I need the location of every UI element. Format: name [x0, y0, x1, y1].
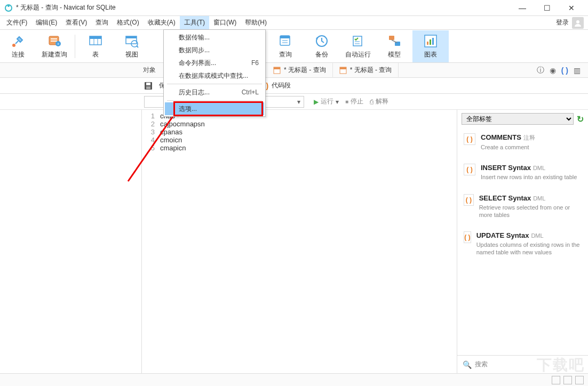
run-toolbar: ▾ ▶ 运行 ▾ ■ 停止 ⎙ 解释	[0, 94, 588, 110]
menu-favorites[interactable]: 收藏夹(A)	[144, 16, 180, 29]
snippet-item[interactable]: ( ) COMMENTS注释Create a comment	[457, 128, 588, 158]
svg-rect-5	[51, 38, 57, 39]
code-braces-icon[interactable]: ( )	[561, 66, 568, 75]
menu-bar: 文件(F) 编辑(E) 查看(V) 查询 格式(O) 收藏夹(A) 工具(T) …	[0, 16, 588, 30]
status-bar	[0, 373, 588, 386]
snippet-panel: 全部标签 ↻ ( ) COMMENTS注释Create a comment ( …	[457, 110, 588, 373]
svg-rect-14	[126, 36, 137, 38]
snippet-item[interactable]: ( ) UPDATE SyntaxDMLUpdates columns of e…	[457, 226, 588, 264]
toolbar-connect[interactable]: 连接	[0, 30, 36, 62]
svg-point-3	[12, 44, 15, 47]
svg-rect-29	[427, 42, 428, 45]
tabs-right-icons: ⓘ ◉ ( ) ▥	[537, 66, 588, 75]
toolbar-table[interactable]: 表	[77, 30, 114, 62]
document-tabs: 对象 * 无标题 - 查询 * 无标题 - 查询 ⓘ ◉ ( ) ▥	[0, 63, 588, 78]
svg-rect-30	[430, 39, 431, 45]
toolbar-model[interactable]: 模型	[376, 30, 412, 62]
svg-rect-35	[340, 67, 346, 69]
model-icon	[386, 33, 402, 49]
login-label: 登录	[556, 18, 569, 27]
left-sidebar	[0, 110, 142, 373]
run-button[interactable]: 运行	[321, 97, 333, 106]
svg-rect-18	[280, 36, 290, 38]
maximize-button[interactable]: ☐	[535, 0, 559, 16]
snippet-search[interactable]: 🔍 搜索	[457, 355, 588, 373]
stop-icon: ■	[345, 99, 348, 104]
query-icon	[277, 33, 293, 49]
panel-layout-icon[interactable]: ▥	[574, 66, 581, 75]
menu-window[interactable]: 窗口(W)	[209, 16, 241, 29]
chart-icon	[423, 33, 439, 49]
svg-rect-6	[51, 41, 57, 42]
query-tab-icon	[273, 67, 281, 74]
layout-mode-2[interactable]	[563, 376, 572, 384]
stop-button[interactable]: 停止	[351, 97, 363, 106]
close-button[interactable]: ✕	[559, 0, 584, 16]
query-tab-2[interactable]: * 无标题 - 查询	[333, 63, 399, 78]
editor-line: 5cmapicn	[142, 144, 457, 152]
avatar-icon	[572, 17, 584, 29]
svg-text:+: +	[57, 42, 60, 46]
svg-rect-38	[146, 86, 150, 89]
menu-cli[interactable]: 命令列界面...F6	[165, 57, 264, 69]
menu-format[interactable]: 格式(O)	[113, 16, 143, 29]
objects-tab[interactable]: 对象	[143, 66, 156, 75]
menu-file[interactable]: 文件(F)	[2, 16, 31, 29]
editor-toolbar: 保存 ( ) 代码段	[0, 78, 588, 94]
menu-history-log[interactable]: 历史日志...Ctrl+L	[165, 86, 264, 99]
snippet-item[interactable]: ( ) INSERT SyntaxDMLInsert new rows into…	[457, 158, 588, 188]
login-area[interactable]: 登录	[556, 17, 586, 29]
snippet-item[interactable]: ( ) SELECT SyntaxDMLRetrieve rows select…	[457, 189, 588, 227]
search-placeholder: 搜索	[475, 360, 488, 369]
explain-icon: ⎙	[370, 98, 374, 106]
menu-options[interactable]: 选项...	[165, 102, 264, 115]
toolbar-new-query[interactable]: + 新建查询	[36, 30, 73, 62]
tools-dropdown: 数据传输... 数据同步... 命令列界面...F6 在数据库或模式中查找...…	[163, 29, 266, 117]
snippet-filter-select[interactable]: 全部标签	[462, 113, 574, 125]
code-segment-button[interactable]: ( ) 代码段	[261, 81, 291, 90]
window-title: * 无标题 - 查询 - Navicat for SQLite	[16, 3, 116, 12]
toolbar-query[interactable]: 查询	[267, 30, 304, 62]
menu-help[interactable]: 帮助(H)	[241, 16, 271, 29]
snippet-icon: ( )	[464, 194, 474, 206]
backup-icon	[314, 33, 330, 49]
toolbar-chart[interactable]: 图表	[412, 30, 449, 62]
svg-point-1	[7, 5, 10, 7]
query-tab-icon	[339, 67, 347, 74]
refresh-icon[interactable]: ↻	[577, 114, 584, 124]
menu-tools[interactable]: 工具(T)	[180, 16, 209, 29]
explain-button[interactable]: 解释	[376, 97, 388, 106]
svg-point-2	[576, 20, 579, 23]
query-tab-1[interactable]: * 无标题 - 查询	[267, 63, 333, 78]
svg-rect-31	[432, 38, 434, 45]
menu-data-sync[interactable]: 数据同步...	[165, 44, 264, 57]
toolbar-autorun[interactable]: 自动运行	[340, 30, 376, 62]
sql-editor[interactable]: 1cnao 2cajpocmnapsn 3cpanas 4cmoicn 5cma…	[142, 110, 457, 373]
dropdown-separator	[167, 100, 262, 101]
layout-mode-3[interactable]	[575, 376, 584, 384]
snippet-icon: ( )	[464, 164, 475, 175]
table-icon	[88, 33, 104, 49]
menu-edit[interactable]: 编辑(E)	[31, 16, 61, 29]
svg-line-27	[392, 40, 397, 43]
window-controls: — ☐ ✕	[510, 0, 584, 16]
info-icon[interactable]: ⓘ	[537, 66, 544, 75]
menu-data-transfer[interactable]: 数据传输...	[165, 31, 264, 44]
menu-view[interactable]: 查看(V)	[61, 16, 91, 29]
title-bar: * 无标题 - 查询 - Navicat for SQLite — ☐ ✕	[0, 0, 588, 16]
toolbar-view[interactable]: 视图	[114, 30, 150, 62]
minimize-button[interactable]: —	[510, 0, 535, 16]
editor-line: 2cajpocmnapsn	[142, 120, 457, 128]
svg-rect-37	[146, 83, 150, 85]
toolbar-backup[interactable]: 备份	[304, 30, 340, 62]
play-icon: ▶	[314, 98, 319, 106]
layout-mode-1[interactable]	[552, 376, 560, 384]
main-toolbar: 连接 + 新建查询 表 视图 查询 备份 自动运行 模型 图表	[0, 30, 588, 63]
menu-find-in-db[interactable]: 在数据库或模式中查找...	[165, 69, 264, 82]
editor-line: 4cmoicn	[142, 136, 457, 144]
menu-query[interactable]: 查询	[91, 16, 113, 29]
autorun-icon	[350, 33, 366, 49]
eye-icon[interactable]: ◉	[550, 66, 556, 75]
svg-rect-33	[274, 67, 280, 69]
save-icon[interactable]	[144, 82, 153, 90]
